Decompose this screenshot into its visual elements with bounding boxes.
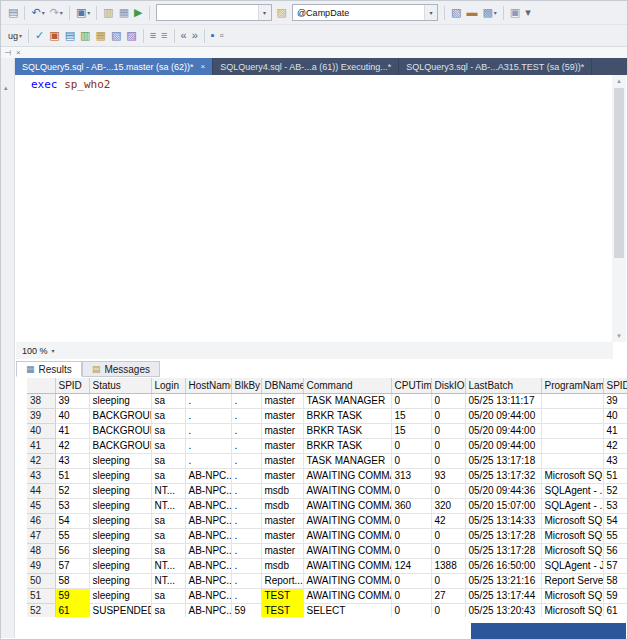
grid-cell[interactable]: . (185, 393, 231, 408)
column-header[interactable]: Command (303, 378, 391, 393)
scrollbar-thumb[interactable] (614, 88, 624, 258)
server-properties-button[interactable]: ▧ (109, 27, 123, 45)
new-query-button[interactable]: ▤ (6, 4, 20, 22)
grid-cell[interactable]: master (261, 528, 303, 543)
row-header[interactable]: 39 (27, 408, 55, 423)
grid-cell[interactable]: 0 (431, 603, 465, 617)
edit-button[interactable]: ▬ (464, 4, 479, 22)
grid-cell[interactable]: 0 (391, 603, 431, 617)
column-header[interactable]: HostName (185, 378, 231, 393)
document-tab[interactable]: SQLQuery4.sql - AB-...a (61)) Executing.… (213, 58, 399, 75)
grid-cell[interactable]: Microsoft SQ... (541, 528, 603, 543)
tab-results[interactable]: ▦Results (16, 361, 82, 377)
grid-cell[interactable]: master (261, 543, 303, 558)
grid-cell[interactable] (541, 453, 603, 468)
chevron-down-icon[interactable]: ▾ (424, 5, 437, 20)
grid-cell[interactable]: . (231, 468, 261, 483)
grid-cell[interactable]: 42 (431, 513, 465, 528)
grid-cell[interactable]: 59 (231, 603, 261, 617)
grid-cell[interactable] (541, 423, 603, 438)
grid-cell[interactable]: sleeping (89, 513, 151, 528)
grid-cell[interactable]: master (261, 468, 303, 483)
grid-cell[interactable]: sleeping (89, 468, 151, 483)
grid-cell[interactable]: 05/25 13:11:17 (465, 393, 541, 408)
query-text[interactable]: exec sp_who2 (16, 75, 613, 91)
grid-cell[interactable]: AWAITING COMMAND (303, 528, 391, 543)
row-header[interactable]: 43 (27, 468, 55, 483)
outdent-button[interactable]: « (179, 27, 189, 45)
grid-cell[interactable]: NT... (151, 558, 185, 573)
undo-button[interactable]: ↶▾ (29, 4, 46, 22)
grid-cell[interactable]: 0 (431, 453, 465, 468)
grid-cell[interactable]: SQLAgent - ... (541, 483, 603, 498)
scroll-up-icon[interactable]: ▴ (612, 75, 626, 87)
grid-cell[interactable]: 58 (55, 573, 89, 588)
row-header[interactable]: 52 (27, 603, 55, 617)
column-header[interactable]: SPID (603, 378, 628, 393)
grid-cell[interactable] (541, 408, 603, 423)
grid-cell[interactable]: AWAITING COMMAND (303, 558, 391, 573)
grid-cell[interactable]: BACKGROUND (89, 423, 151, 438)
grid-cell[interactable]: msdb (261, 498, 303, 513)
column-header[interactable]: LastBatch (465, 378, 541, 393)
export-button[interactable]: ▥ (78, 27, 92, 45)
grid-cell[interactable]: 52 (55, 483, 89, 498)
grid-cell[interactable]: 57 (55, 558, 89, 573)
grid-cell[interactable]: 124 (391, 558, 431, 573)
grid-cell[interactable]: Report... (261, 573, 303, 588)
grid-cell[interactable]: Microsoft SQ... (541, 543, 603, 558)
grid-cell[interactable]: . (231, 588, 261, 603)
grid-cell[interactable]: 56 (603, 543, 628, 558)
grid-cell[interactable]: sleeping (89, 528, 151, 543)
grid-cell[interactable]: sa (151, 408, 185, 423)
database-button[interactable]: ▤ (63, 27, 77, 45)
grid-cell[interactable]: TASK MANAGER (303, 453, 391, 468)
column-header[interactable]: Login (151, 378, 185, 393)
grid-cell[interactable]: 0 (431, 573, 465, 588)
grid-cell[interactable]: 57 (603, 558, 628, 573)
grid-cell[interactable]: AWAITING COMMAND (303, 468, 391, 483)
grid-cell[interactable]: 0 (431, 423, 465, 438)
grid-cell[interactable]: sa (151, 438, 185, 453)
save-button[interactable]: ▣▾ (74, 4, 92, 22)
grid-cell[interactable]: sa (151, 513, 185, 528)
grid-cell[interactable]: AWAITING COMMAND (303, 483, 391, 498)
row-header[interactable]: 44 (27, 483, 55, 498)
grid-cell[interactable]: SQLAgent - J... (541, 558, 603, 573)
grid-cell[interactable]: 0 (391, 513, 431, 528)
grid-cell[interactable]: TEST (261, 588, 303, 603)
column-header[interactable]: SPID (55, 378, 89, 393)
grid-cell[interactable]: . (185, 408, 231, 423)
grid-cell[interactable]: sa (151, 423, 185, 438)
grid-cell[interactable]: 05/20 09:44:00 (465, 408, 541, 423)
grid-cell[interactable]: AB-NPC... (185, 573, 231, 588)
column-header[interactable]: DBName (261, 378, 303, 393)
grid-cell[interactable]: 39 (603, 393, 628, 408)
grid-cell[interactable]: BACKGROUND (89, 408, 151, 423)
grid-cell[interactable]: 05/20 09:44:00 (465, 423, 541, 438)
grid-cell[interactable]: 54 (55, 513, 89, 528)
grid-cell[interactable]: 0 (431, 408, 465, 423)
editor-vertical-scrollbar[interactable]: ▴ ▾ (612, 75, 626, 342)
grid-cell[interactable]: 0 (431, 393, 465, 408)
grid-cell[interactable]: sa (151, 588, 185, 603)
grid-cell[interactable]: 0 (391, 393, 431, 408)
grid-cell[interactable]: . (231, 438, 261, 453)
row-header[interactable]: 45 (27, 498, 55, 513)
grid-cell[interactable]: AWAITING COMMAND (303, 513, 391, 528)
grid-cell[interactable]: master (261, 423, 303, 438)
bookmark-clear-button[interactable]: ▫ (218, 27, 226, 45)
grid-cell[interactable]: 27 (431, 588, 465, 603)
grid-cell[interactable]: 61 (55, 603, 89, 617)
row-header[interactable]: 40 (27, 423, 55, 438)
grid-cell[interactable] (541, 438, 603, 453)
grid-cell[interactable]: 43 (55, 453, 89, 468)
folder-button[interactable]: ▨ (275, 4, 289, 22)
grid-cell[interactable]: master (261, 453, 303, 468)
grid-cell[interactable]: sa (151, 543, 185, 558)
import-button[interactable]: ▦ (93, 27, 107, 45)
zoom-selector[interactable]: 100 % ▾ (16, 342, 61, 359)
grid-cell[interactable]: sleeping (89, 453, 151, 468)
copy-button[interactable]: ▥ (101, 4, 115, 22)
grid-cell[interactable]: 0 (431, 528, 465, 543)
